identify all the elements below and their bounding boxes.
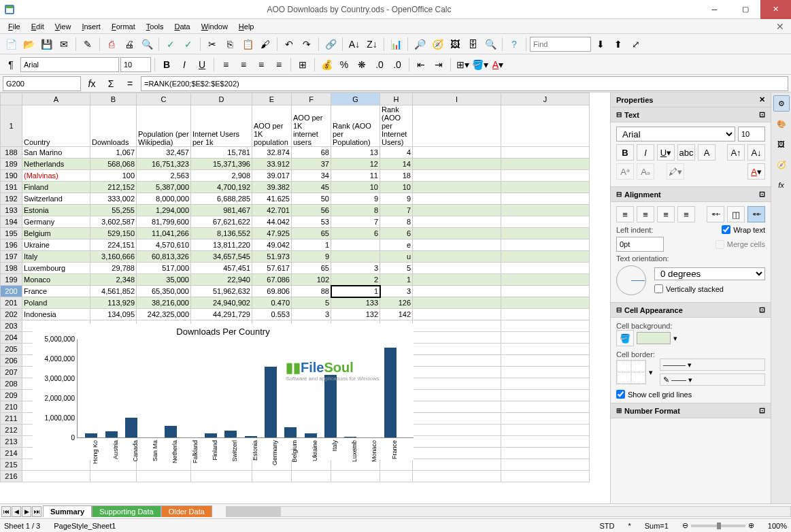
cell[interactable]: 13,811,220 [191, 239, 252, 251]
find-icon[interactable]: 🔎 [411, 36, 428, 52]
cell[interactable]: 49.042 [252, 239, 292, 251]
cell[interactable]: Netherlands [22, 159, 90, 170]
cell[interactable] [413, 159, 501, 170]
fontcolor-icon[interactable]: A▾ [490, 56, 506, 73]
cell[interactable]: 6 [380, 228, 413, 239]
cell[interactable]: 35,000 [137, 274, 191, 286]
cell[interactable] [501, 436, 590, 448]
chart-icon[interactable]: 📊 [388, 36, 404, 52]
col-header[interactable]: B [90, 93, 137, 105]
pdf-icon[interactable]: ⎙ [103, 36, 120, 52]
cell[interactable]: 69.806 [252, 286, 292, 297]
col-header[interactable]: F [292, 93, 331, 105]
row-header[interactable]: 206 [1, 355, 22, 367]
gallery-icon[interactable]: 🖼 [447, 36, 463, 52]
spellcheck-icon[interactable]: ✓ [163, 36, 179, 52]
cell[interactable]: 113,929 [90, 297, 137, 309]
cell[interactable]: 3,602,587 [90, 216, 137, 228]
cell[interactable]: 33.912 [252, 159, 292, 170]
row-header[interactable]: 192 [1, 193, 22, 205]
cell[interactable]: 24,940,902 [191, 297, 252, 309]
cell[interactable] [380, 459, 413, 471]
cell[interactable]: 67.086 [252, 274, 292, 286]
halign-left-icon[interactable]: ≡ [616, 206, 634, 222]
close-document-button[interactable]: ✕ [772, 20, 788, 33]
cell[interactable]: 9 [331, 193, 380, 205]
cell[interactable]: 7 [380, 205, 413, 216]
cell[interactable]: 5,387,000 [137, 182, 191, 193]
cell[interactable]: 34 [292, 170, 331, 182]
cell[interactable]: 0.553 [252, 309, 292, 320]
close-button[interactable]: ✕ [760, 0, 791, 19]
cell[interactable]: 8,000,000 [137, 193, 191, 205]
cell[interactable] [501, 401, 590, 413]
cell[interactable]: 134,095 [90, 309, 137, 320]
cell[interactable] [501, 216, 590, 228]
cell[interactable] [331, 471, 380, 482]
cell[interactable]: 55,255 [90, 205, 137, 216]
cell[interactable] [413, 309, 501, 320]
underline-icon[interactable]: U [194, 56, 210, 73]
row-header[interactable]: 191 [1, 182, 22, 193]
cell[interactable] [501, 459, 590, 471]
cell[interactable]: 517,000 [137, 263, 191, 274]
row-header[interactable]: 211 [1, 413, 22, 425]
sidebar-fontcolor-icon[interactable]: A▾ [747, 163, 765, 180]
cell[interactable]: 3 [292, 309, 331, 320]
cell[interactable]: 242,325,000 [137, 309, 191, 320]
cell[interactable] [501, 297, 590, 309]
cell[interactable]: 47.925 [252, 228, 292, 239]
cell[interactable] [191, 471, 252, 482]
menu-window[interactable]: Window [196, 21, 233, 32]
align-justify-icon[interactable]: ≡ [271, 56, 287, 73]
sidebar-grow-font-icon[interactable]: A↑ [727, 144, 745, 161]
cell[interactable]: 38,216,000 [137, 297, 191, 309]
cell[interactable]: 8 [380, 216, 413, 228]
cell[interactable]: 15,781 [191, 147, 252, 159]
cell[interactable] [501, 367, 590, 378]
valign-mid-icon[interactable]: ◫ [727, 206, 745, 222]
row-header[interactable]: 212 [1, 425, 22, 436]
cell[interactable] [413, 378, 501, 390]
cell[interactable]: Internet Users per 1k [191, 105, 252, 147]
row-header[interactable]: 199 [1, 274, 22, 286]
cell[interactable] [501, 320, 590, 332]
cell[interactable] [191, 459, 252, 471]
autospell-icon[interactable]: ✓ [180, 36, 197, 52]
cell[interactable]: 42.701 [252, 205, 292, 216]
row-header[interactable]: 216 [1, 471, 22, 482]
menu-view[interactable]: View [50, 21, 77, 32]
row-header[interactable]: 198 [1, 263, 22, 274]
align-right-icon[interactable]: ≡ [253, 56, 269, 73]
cell[interactable] [90, 471, 137, 482]
row-header[interactable]: 189 [1, 159, 22, 170]
cell[interactable] [413, 263, 501, 274]
email-icon[interactable]: ✉ [56, 36, 72, 52]
cell[interactable]: Monaco [22, 274, 90, 286]
styles-icon[interactable]: ¶ [3, 56, 19, 73]
cell[interactable] [292, 471, 331, 482]
col-header[interactable]: A [22, 93, 90, 105]
cell[interactable] [501, 228, 590, 239]
bgcolor-icon[interactable]: 🪣▾ [472, 56, 488, 73]
halign-center-icon[interactable]: ≡ [637, 206, 654, 222]
cell[interactable]: San Marino [22, 147, 90, 159]
row-header[interactable]: 201 [1, 297, 22, 309]
sidebar-sub-icon[interactable]: Aₐ [637, 163, 654, 180]
col-header[interactable]: E [252, 93, 292, 105]
sidebar-tab-styles-icon[interactable]: 🎨 [773, 116, 790, 132]
cell[interactable]: Population (per Wikipedia) [137, 105, 191, 147]
cell[interactable]: 4,700,192 [191, 182, 252, 193]
sidebar-shadow-icon[interactable]: A [698, 144, 716, 161]
cell[interactable]: 18 [380, 170, 413, 182]
cell[interactable] [413, 471, 501, 482]
cell[interactable]: 39.017 [252, 170, 292, 182]
cell[interactable]: 1 [292, 239, 331, 251]
number-fmt-icon[interactable]: ❋ [354, 56, 370, 73]
cell[interactable] [501, 105, 590, 147]
cell[interactable]: 1,067 [90, 147, 137, 159]
cell[interactable]: 132 [331, 309, 380, 320]
cell[interactable]: 6 [331, 228, 380, 239]
cell[interactable] [501, 239, 590, 251]
spreadsheet-grid[interactable]: ABCDEFGHIJ1CountryDownloadsPopulation (p… [0, 93, 610, 503]
